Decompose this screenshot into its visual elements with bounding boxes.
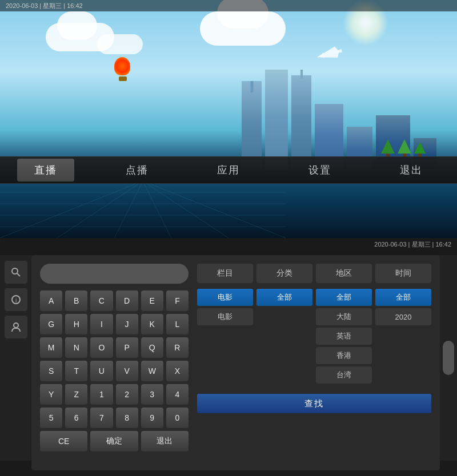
key-W[interactable]: W <box>141 361 163 381</box>
key-B[interactable]: B <box>65 291 87 311</box>
filter-tabs: 栏目 分类 地区 时间 <box>197 264 431 283</box>
key-U[interactable]: U <box>90 361 113 381</box>
key-K[interactable]: K <box>141 314 163 334</box>
nav-item-live[interactable]: 直播 <box>17 159 74 181</box>
filter-opt-cat-empty1 <box>256 308 312 325</box>
filter-opt-mainland[interactable]: 大陆 <box>316 308 372 325</box>
key-8[interactable]: 8 <box>116 408 138 428</box>
key-M[interactable]: M <box>40 337 62 358</box>
nav-item-apps[interactable]: 应用 <box>200 159 257 181</box>
svg-line-8 <box>143 181 228 238</box>
key-exit[interactable]: 退出 <box>141 431 189 451</box>
key-confirm[interactable]: 确定 <box>90 431 138 451</box>
filter-opt-tw[interactable]: 台湾 <box>316 366 372 384</box>
filter-area: 栏目 分类 地区 时间 电影 电影 全部 <box>197 264 431 462</box>
filter-col-time: 全部 2020 <box>375 289 431 384</box>
key-T[interactable]: T <box>65 361 87 381</box>
filter-opt-movie[interactable]: 电影 <box>197 289 253 306</box>
main-panel: A B C D E F G H I J K L M N O P Q R <box>31 255 440 470</box>
nav-item-vod[interactable]: 点播 <box>109 159 166 181</box>
filter-col-channel: 电影 电影 <box>197 289 253 384</box>
key-ce[interactable]: CE <box>40 431 87 451</box>
filter-opt-all-time[interactable]: 全部 <box>375 289 431 306</box>
filter-col-category: 全部 <box>256 289 312 384</box>
filter-opt-empty1 <box>197 328 253 345</box>
key-6[interactable]: 6 <box>65 408 87 428</box>
key-P[interactable]: P <box>116 337 138 358</box>
key-2[interactable]: 2 <box>116 384 138 405</box>
filter-tab-time[interactable]: 时间 <box>375 264 431 283</box>
key-D[interactable]: D <box>116 291 138 311</box>
svg-point-10 <box>12 268 18 274</box>
filter-opt-all-cat[interactable]: 全部 <box>256 289 312 306</box>
key-E[interactable]: E <box>141 291 163 311</box>
key-3[interactable]: 3 <box>141 384 163 405</box>
key-row-3: M N O P Q R <box>40 337 189 358</box>
scroll-handle[interactable] <box>443 341 454 375</box>
key-9[interactable]: 9 <box>141 408 163 428</box>
tree-1 <box>381 139 395 158</box>
search-button[interactable]: 查找 <box>197 394 431 413</box>
filter-opt-time-empty1 <box>375 328 431 345</box>
filter-opt-all-region[interactable]: 全部 <box>316 289 372 306</box>
hero-background: 2020-06-03 | 星期三 | 16:42 <box>0 0 457 238</box>
key-S[interactable]: S <box>40 361 62 381</box>
nav-item-exit[interactable]: 退出 <box>383 159 440 181</box>
svg-line-11 <box>17 273 20 276</box>
svg-point-14 <box>14 323 18 328</box>
key-G[interactable]: G <box>40 314 62 334</box>
key-C[interactable]: C <box>90 291 113 311</box>
key-5[interactable]: 5 <box>40 408 62 428</box>
grid-svg <box>0 181 286 238</box>
key-row-2: G H I J K L <box>40 314 189 334</box>
key-F[interactable]: F <box>166 291 189 311</box>
filter-opt-cat-empty4 <box>256 366 312 384</box>
top-status-bar: 2020-06-03 | 星期三 | 16:42 <box>0 0 457 11</box>
tree-3 <box>414 142 426 158</box>
filter-opt-cat-empty2 <box>256 328 312 345</box>
trees-area <box>381 139 426 158</box>
bottom-keys: CE 确定 退出 <box>40 431 189 451</box>
nav-item-settings[interactable]: 设置 <box>291 159 348 181</box>
key-7[interactable]: 7 <box>90 408 113 428</box>
key-R[interactable]: R <box>166 337 189 358</box>
key-J[interactable]: J <box>116 314 138 334</box>
key-Y[interactable]: Y <box>40 384 62 405</box>
key-row-6: 5 6 7 8 9 0 <box>40 408 189 428</box>
key-1[interactable]: 1 <box>90 384 113 405</box>
key-0[interactable]: 0 <box>166 408 189 428</box>
filter-tab-region[interactable]: 地区 <box>316 264 372 283</box>
key-O[interactable]: O <box>90 337 113 358</box>
bottom-status-text: 2020-06-03 | 星期三 | 16:42 <box>374 241 451 248</box>
key-I[interactable]: I <box>90 314 113 334</box>
filter-opt-english[interactable]: 英语 <box>316 328 372 345</box>
key-Q[interactable]: Q <box>141 337 163 358</box>
filter-col-region: 全部 大陆 英语 香港 台湾 <box>316 289 372 384</box>
key-4[interactable]: 4 <box>166 384 189 405</box>
filter-tab-channel[interactable]: 栏目 <box>197 264 253 283</box>
filter-columns: 电影 电影 全部 全部 大陆 英语 <box>197 289 431 384</box>
filter-opt-cat-empty3 <box>256 347 312 364</box>
filter-opt-movie2[interactable]: 电影 <box>197 308 253 325</box>
search-input[interactable] <box>40 264 189 284</box>
top-section: 2020-06-03 | 星期三 | 16:42 <box>0 0 457 238</box>
bottom-status-bar: 2020-06-03 | 星期三 | 16:42 <box>368 238 457 251</box>
filter-opt-time-empty3 <box>375 366 431 384</box>
cloud-3 <box>200 11 286 46</box>
key-L[interactable]: L <box>166 314 189 334</box>
hot-air-balloon <box>114 57 131 80</box>
filter-tab-category[interactable]: 分类 <box>256 264 312 283</box>
key-X[interactable]: X <box>166 361 189 381</box>
user-icon[interactable] <box>5 316 27 338</box>
svg-line-5 <box>57 181 143 238</box>
filter-opt-2020[interactable]: 2020 <box>375 308 431 325</box>
key-V[interactable]: V <box>116 361 138 381</box>
svg-line-6 <box>114 181 143 238</box>
key-H[interactable]: H <box>65 314 87 334</box>
filter-opt-hk[interactable]: 香港 <box>316 347 372 364</box>
key-A[interactable]: A <box>40 291 62 311</box>
key-N[interactable]: N <box>65 337 87 358</box>
search-icon[interactable] <box>5 261 27 284</box>
info-icon[interactable]: i <box>5 288 27 311</box>
key-Z[interactable]: Z <box>65 384 87 405</box>
